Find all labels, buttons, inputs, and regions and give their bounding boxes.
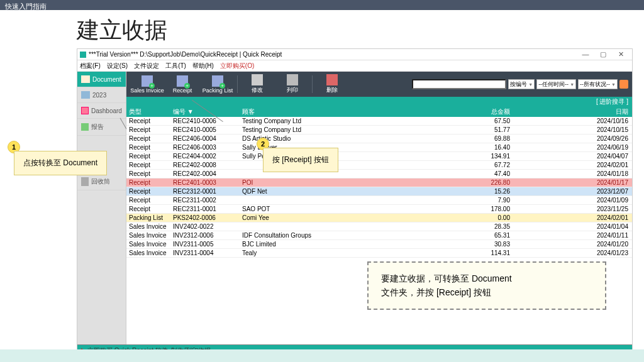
- callout-summary-line1: 要建立收据，可转换至 Document: [381, 272, 592, 285]
- invoice-plus-icon: [142, 75, 153, 87]
- sub-toolbar: [ 进阶搜寻 ]: [126, 97, 632, 107]
- callout-summary: 要建立收据，可转换至 Document 文件夹，并按 [Receipt] 按钮: [367, 261, 606, 310]
- edit-button[interactable]: 修改: [240, 74, 274, 94]
- table-row[interactable]: ReceiptREC2402-000447.402024/01/18: [126, 170, 632, 178]
- table-row[interactable]: ReceiptREC2404-0002Sully Pestron Ltd134.…: [126, 152, 632, 161]
- chevron-down-icon: ▼: [528, 82, 533, 87]
- sidebar-label: 回收筒: [91, 177, 110, 186]
- chevron-down-icon: ▼: [570, 82, 574, 87]
- table-row[interactable]: ReceiptREC2311-00027.902024/01/09: [126, 196, 632, 205]
- advanced-search-link[interactable]: [ 进阶搜寻 ]: [596, 97, 628, 106]
- app-window: ***Trial Version*** D:\SupportJob\Demo\Q…: [77, 48, 633, 356]
- guide-title: 快速入門指南: [5, 3, 47, 10]
- toolbar-label: 列印: [287, 86, 298, 94]
- maximize-button[interactable]: ▢: [594, 50, 612, 58]
- menu-bar: 档案(F) 设定(S) 文件设定 工具(T) 帮助(H) 立即购买(O): [77, 60, 632, 72]
- table-row[interactable]: Packing ListPKS2402-0006Comi Yee0.002024…: [126, 214, 632, 222]
- table-row[interactable]: Sales InvoiceINV2311-0004Tealy114.312024…: [126, 249, 632, 258]
- toolbar-label: 删除: [326, 86, 338, 94]
- combo-label: 按编号: [510, 80, 527, 89]
- window-title: ***Trial Version*** D:\SupportJob\Demo\Q…: [89, 51, 282, 58]
- sidebar-item-document[interactable]: Document: [77, 72, 126, 87]
- table-row[interactable]: Sales InvoiceINV2311-0005BJC Limited30.8…: [126, 240, 632, 249]
- trash-icon: [81, 177, 89, 186]
- page-title: 建立收据: [77, 15, 644, 46]
- menu-buy[interactable]: 立即购买(O): [220, 62, 254, 70]
- new-sales-invoice-button[interactable]: Sales Invoice: [130, 75, 164, 94]
- print-icon: [287, 74, 298, 85]
- dashboard-icon: [81, 107, 89, 114]
- filter-by-combo[interactable]: 按编号▼: [508, 79, 535, 89]
- callout-1: 点按转换至 Document: [14, 151, 107, 175]
- new-packing-list-button[interactable]: Packing List: [201, 75, 235, 94]
- col-amount[interactable]: 总金额: [466, 107, 548, 117]
- table-row[interactable]: ReceiptREC2406-0003Sally Daliver16.40202…: [126, 143, 632, 152]
- table-row[interactable]: ReceiptREC2410-0005Testing Company Ltd51…: [126, 126, 632, 134]
- packing-plus-icon: [212, 75, 223, 87]
- footer-strip: [0, 349, 644, 362]
- callout-2: 按 [Receipt] 按钮: [263, 148, 338, 172]
- toolbar-label: 修改: [252, 86, 263, 94]
- col-date[interactable]: 日期: [548, 107, 632, 117]
- toolbar-separator: [237, 75, 238, 93]
- toolbar-label: Receipt: [173, 87, 192, 94]
- delete-button[interactable]: 删除: [315, 74, 349, 94]
- sidebar-label: Document: [92, 76, 121, 83]
- combo-label: --所有状况--: [580, 80, 610, 89]
- sidebar-item-report[interactable]: 报告: [77, 119, 126, 136]
- search-input[interactable]: [412, 79, 506, 89]
- table-row[interactable]: ReceiptREC2401-0003POI226.802024/01/17: [126, 178, 632, 187]
- combo-label: --任何时间--: [538, 80, 569, 89]
- delete-icon: [326, 74, 338, 85]
- col-type[interactable]: 类型: [126, 107, 170, 117]
- sidebar-item-dashboard[interactable]: Dashboard: [77, 103, 126, 119]
- folder-open-icon: [81, 75, 90, 83]
- settings-icon[interactable]: [619, 80, 628, 89]
- table-row[interactable]: ReceiptREC2410-0006Testing Company Ltd67…: [126, 117, 632, 126]
- edit-icon: [252, 74, 263, 85]
- report-icon: [81, 123, 89, 131]
- menu-file[interactable]: 档案(F): [80, 62, 101, 70]
- toolbar: Sales Invoice Receipt Packing List 修改 列印…: [126, 72, 632, 97]
- print-button[interactable]: 列印: [275, 74, 309, 94]
- callout-summary-line2: 文件夹，并按 [Receipt] 按钮: [381, 285, 592, 299]
- minimize-button[interactable]: —: [577, 50, 594, 58]
- sidebar-item-recycle[interactable]: 回收筒: [77, 173, 126, 190]
- table-row[interactable]: ReceiptREC2402-000867.722024/02/01: [126, 161, 632, 170]
- menu-settings[interactable]: 设定(S): [107, 62, 128, 70]
- new-receipt-button[interactable]: Receipt: [165, 75, 199, 94]
- receipt-plus-icon: [177, 75, 188, 87]
- chevron-down-icon: ▼: [611, 82, 616, 87]
- table-row[interactable]: ReceiptREC2311-0001SAO POT178.002023/11/…: [126, 205, 632, 214]
- title-bar: ***Trial Version*** D:\SupportJob\Demo\Q…: [77, 49, 632, 60]
- sidebar-label: Dashboard: [91, 107, 122, 114]
- table-row[interactable]: Sales InvoiceINV2402-002228.352024/01/04: [126, 222, 632, 231]
- app-icon: [80, 52, 86, 58]
- col-customer[interactable]: 顾客: [240, 107, 466, 117]
- filter-time-combo[interactable]: --任何时间--▼: [536, 79, 576, 89]
- menu-help[interactable]: 帮助(H): [192, 62, 214, 70]
- close-button[interactable]: ✕: [612, 50, 630, 58]
- table-row[interactable]: ReceiptREC2406-0004DS Artistic Studio69.…: [126, 134, 632, 143]
- filter-status-combo[interactable]: --所有状况--▼: [578, 79, 618, 89]
- folder-icon: [81, 91, 90, 99]
- sidebar-label: 报告: [91, 123, 104, 131]
- table-row[interactable]: Sales InvoiceINV2312-0006IDF Consultatio…: [126, 231, 632, 240]
- menu-docset[interactable]: 文件设定: [134, 62, 159, 70]
- sidebar-label: 2023: [92, 92, 106, 99]
- toolbar-separator: [312, 75, 313, 93]
- toolbar-label: Packing List: [203, 87, 233, 94]
- sidebar: Document 2023 Dashboard 报告 回收筒: [77, 72, 126, 344]
- toolbar-label: Sales Invoice: [130, 87, 164, 94]
- menu-tools[interactable]: 工具(T): [165, 62, 186, 70]
- table-row[interactable]: ReceiptREC2312-0001QDF Net15.262023/12/0…: [126, 187, 632, 196]
- sidebar-item-2023[interactable]: 2023: [77, 87, 126, 103]
